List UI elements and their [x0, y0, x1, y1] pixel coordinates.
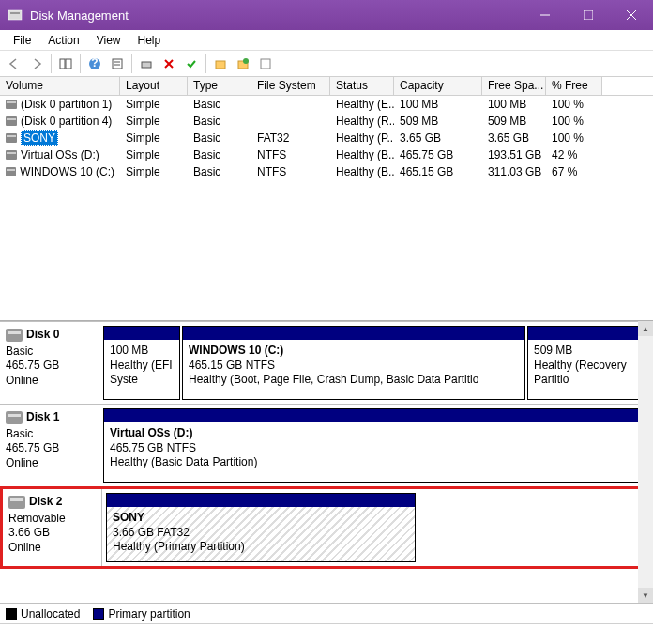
- svg-text:?: ?: [91, 57, 98, 69]
- volume-icon: [6, 150, 17, 160]
- graphical-view: Disk 0 Basic 465.75 GB Online 100 MBHeal…: [0, 321, 653, 603]
- volume-name: WINDOWS 10 (C:): [20, 165, 114, 178]
- minimize-button[interactable]: [524, 0, 567, 30]
- cell-capacity: 509 MB: [394, 115, 482, 128]
- back-button[interactable]: [4, 54, 24, 74]
- scroll-up-button[interactable]: ▲: [638, 321, 653, 336]
- legend-label: Primary partition: [108, 607, 190, 621]
- svg-rect-19: [261, 59, 270, 69]
- close-button[interactable]: [610, 0, 653, 30]
- disk-status: Online: [6, 374, 93, 389]
- cell-status: Healthy (R...: [330, 115, 394, 128]
- cell-free: 509 MB: [482, 115, 546, 128]
- cell-fs: NTFS: [251, 165, 330, 178]
- cell-layout: Simple: [120, 115, 188, 128]
- disk-size: 3.66 GB: [8, 526, 96, 541]
- volume-row[interactable]: (Disk 0 partition 1)SimpleBasicHealthy (…: [0, 96, 653, 113]
- cell-type: Basic: [188, 148, 251, 161]
- col-filesystem[interactable]: File System: [251, 77, 330, 95]
- disk-icon: [6, 411, 23, 424]
- menu-bar: File Action View Help: [0, 30, 653, 51]
- volume-name: (Disk 0 partition 4): [21, 115, 112, 128]
- svg-rect-3: [584, 10, 593, 20]
- cell-status: Healthy (P...: [330, 131, 394, 145]
- partition-d0-p1[interactable]: WINDOWS 10 (C:)465.15 GB NTFSHealthy (Bo…: [182, 326, 525, 400]
- window-title: Disk Management: [30, 8, 524, 23]
- partition-d1-p0[interactable]: Virtual OSs (D:)465.75 GB NTFSHealthy (B…: [103, 408, 649, 483]
- cell-fs: NTFS: [251, 148, 330, 161]
- disk-label-0[interactable]: Disk 0 Basic 465.75 GB Online: [0, 322, 99, 404]
- legend: Unallocated Primary partition: [0, 603, 653, 623]
- volume-icon: [6, 116, 17, 126]
- cell-status: Healthy (B...: [330, 165, 394, 178]
- col-layout[interactable]: Layout: [120, 77, 188, 95]
- delete-button[interactable]: [159, 54, 179, 74]
- menu-view[interactable]: View: [89, 32, 129, 49]
- col-free[interactable]: Free Spa...: [482, 77, 546, 95]
- col-percent[interactable]: % Free: [546, 77, 602, 95]
- help-button[interactable]: ?: [84, 54, 105, 74]
- status-bar: [0, 623, 653, 642]
- menu-help[interactable]: Help: [130, 32, 169, 49]
- maximize-button[interactable]: [567, 0, 610, 30]
- disk-type: Basic: [6, 345, 93, 360]
- volume-row[interactable]: Virtual OSs (D:)SimpleBasicNTFSHealthy (…: [0, 146, 653, 163]
- disk-icon: [6, 329, 23, 342]
- vertical-scrollbar[interactable]: ▲ ▼: [638, 321, 653, 603]
- cell-layout: Simple: [120, 148, 188, 161]
- disk-type: Basic: [6, 427, 93, 442]
- cell-free: 3.65 GB: [482, 131, 546, 145]
- legend-swatch-primary: [93, 608, 104, 620]
- disk-row-1: Disk 1 Basic 465.75 GB Online Virtual OS…: [0, 404, 653, 486]
- svg-rect-16: [216, 61, 225, 69]
- cell-status: Healthy (B...: [330, 148, 394, 161]
- cell-fs: FAT32: [251, 131, 330, 145]
- show-hide-console-button[interactable]: [55, 54, 76, 74]
- title-bar: Disk Management: [0, 0, 653, 30]
- forward-button[interactable]: [26, 54, 47, 74]
- volume-row[interactable]: SONYSimpleBasicFAT32Healthy (P...3.65 GB…: [0, 130, 653, 146]
- col-type[interactable]: Type: [188, 77, 251, 95]
- cell-type: Basic: [188, 115, 251, 128]
- properties-button[interactable]: [255, 54, 276, 74]
- volume-row[interactable]: (Disk 0 partition 4)SimpleBasicHealthy (…: [0, 113, 653, 130]
- cell-pct: 100 %: [546, 98, 602, 111]
- partition-d2-p0[interactable]: SONY3.66 GB FAT32Healthy (Primary Partit…: [106, 493, 416, 562]
- col-capacity[interactable]: Capacity: [394, 77, 482, 95]
- disk-size: 465.75 GB: [6, 441, 93, 456]
- volume-name: Virtual OSs (D:): [21, 148, 99, 161]
- volume-row[interactable]: WINDOWS 10 (C:)SimpleBasicNTFSHealthy (B…: [0, 163, 653, 180]
- partition-d0-p2[interactable]: 509 MBHealthy (Recovery Partitio: [527, 326, 649, 400]
- svg-rect-10: [113, 59, 122, 69]
- disk-icon: [8, 496, 25, 509]
- disk-label-1[interactable]: Disk 1 Basic 465.75 GB Online: [0, 405, 99, 486]
- col-status[interactable]: Status: [330, 77, 394, 95]
- partition-d0-p0[interactable]: 100 MBHealthy (EFI Syste: [103, 326, 180, 400]
- volume-name: SONY: [21, 130, 58, 146]
- cell-layout: Simple: [120, 98, 188, 111]
- svg-rect-0: [8, 10, 22, 20]
- svg-point-18: [243, 58, 249, 64]
- cell-pct: 100 %: [546, 131, 602, 145]
- menu-file[interactable]: File: [6, 32, 38, 49]
- legend-label: Unallocated: [21, 607, 80, 621]
- new-folder-button[interactable]: [210, 54, 231, 74]
- cell-pct: 42 %: [546, 148, 602, 161]
- col-volume[interactable]: Volume: [0, 77, 120, 95]
- action-button[interactable]: [136, 54, 157, 74]
- svg-rect-7: [66, 59, 71, 69]
- menu-action[interactable]: Action: [40, 32, 86, 49]
- cell-capacity: 100 MB: [394, 98, 482, 111]
- cell-free: 100 MB: [482, 98, 546, 111]
- legend-swatch-unallocated: [6, 608, 17, 620]
- approve-button[interactable]: [181, 54, 202, 74]
- disk-name: Disk 2: [29, 495, 62, 510]
- disk-status: Online: [8, 541, 96, 556]
- scroll-down-button[interactable]: ▼: [638, 588, 653, 603]
- cell-free: 311.03 GB: [482, 165, 546, 178]
- disk-label-2[interactable]: Disk 2 Removable 3.66 GB Online: [3, 489, 102, 566]
- volume-icon: [6, 133, 17, 143]
- settings-button[interactable]: [107, 54, 128, 74]
- cell-layout: Simple: [120, 165, 188, 178]
- new-item-button[interactable]: [233, 54, 253, 74]
